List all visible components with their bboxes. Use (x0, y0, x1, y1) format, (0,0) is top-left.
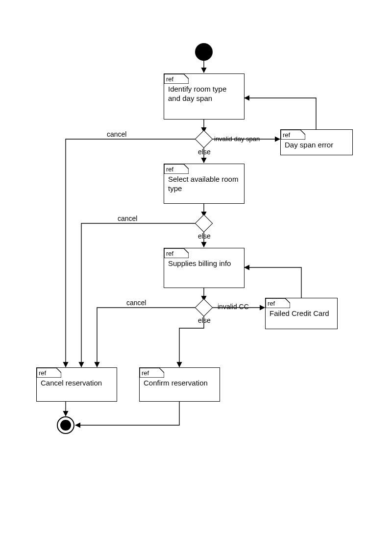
ref-tab-label: ref (37, 369, 46, 377)
ref-cancel-reservation: ref Cancel reservation (36, 367, 117, 402)
ref-body: Day span error (285, 141, 348, 150)
ref-tab-label: ref (164, 250, 173, 257)
ref-select-room: ref Select available room type (164, 164, 245, 204)
ref-body: Cancel reservation (41, 379, 113, 388)
ref-identify-room: ref Identify room type and day span (164, 73, 245, 120)
initial-node (195, 43, 213, 61)
decision-1 (197, 133, 210, 145)
decision-2 (197, 217, 210, 230)
ref-confirm-reservation: ref Confirm reservation (139, 367, 220, 402)
ref-tab-label: ref (140, 369, 149, 377)
ref-body: Confirm reservation (144, 379, 216, 388)
label-else-3: else (198, 316, 211, 324)
label-else-2: else (198, 232, 211, 240)
ref-body: Identify room type and day span (168, 85, 240, 103)
ref-tab-label: ref (164, 166, 173, 173)
diagram-canvas: ref Identify room type and day span ref … (0, 0, 392, 554)
label-cancel-3: cancel (126, 299, 146, 307)
ref-dayspan-error: ref Day span error (280, 129, 353, 155)
label-cancel-1: cancel (107, 130, 126, 138)
label-invalid-cc: invalid CC (218, 303, 249, 311)
label-else-1: else (198, 148, 211, 156)
final-node (57, 416, 74, 434)
ref-billing-info: ref Supplies billing info (164, 248, 245, 288)
ref-failed-cc: ref Failed Credit Card (265, 298, 338, 329)
ref-tab-label: ref (164, 75, 173, 83)
ref-body: Select available room type (168, 175, 240, 193)
decision-3 (197, 301, 210, 314)
ref-tab-label: ref (266, 300, 275, 307)
ref-body: Failed Credit Card (270, 309, 333, 318)
ref-body: Supplies billing info (168, 259, 240, 268)
label-cancel-2: cancel (118, 215, 137, 222)
label-invalid-day-span: invalid day span (214, 135, 260, 143)
ref-tab-label: ref (281, 131, 290, 139)
